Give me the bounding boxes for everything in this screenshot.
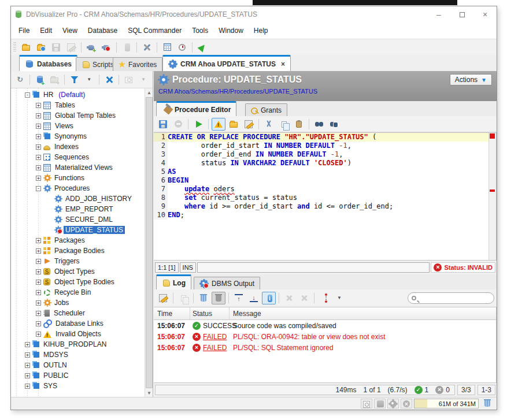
- auto-clear-button[interactable]: [212, 292, 225, 304]
- menu-tools[interactable]: Tools: [187, 25, 213, 36]
- find-replace-button[interactable]: [327, 118, 341, 131]
- actions-button[interactable]: Actions ▼: [450, 74, 492, 86]
- expand-toggle-icon[interactable]: +: [36, 332, 41, 337]
- log-row[interactable]: 15:06:07SUCCESSSource code was compiled/…: [154, 320, 496, 331]
- tree-item-views[interactable]: +Views: [11, 121, 145, 131]
- menu-window[interactable]: Window: [213, 25, 249, 36]
- menu-database[interactable]: Database: [83, 25, 123, 36]
- tree-item-hr[interactable]: -HR(Default): [11, 90, 145, 100]
- tree-item-object-type-bodies[interactable]: +SObject Type Bodies: [11, 277, 145, 287]
- error-marker[interactable]: [490, 189, 495, 192]
- menu-view[interactable]: View: [57, 25, 83, 36]
- refresh-button[interactable]: [13, 73, 27, 86]
- expand-toggle-icon[interactable]: +: [36, 280, 41, 285]
- insert-mode[interactable]: INS: [180, 262, 196, 273]
- log-search-input[interactable]: [419, 294, 503, 302]
- save-procedure-button[interactable]: [156, 118, 170, 131]
- memory-indicator[interactable]: 61M of 341M: [414, 399, 479, 408]
- expand-toggle-icon[interactable]: +: [36, 124, 41, 129]
- collapse-toggle-icon[interactable]: -: [25, 92, 30, 98]
- expand-toggle-icon[interactable]: +: [25, 342, 30, 347]
- tree-item-emp-report[interactable]: EMP_REPORT: [11, 204, 145, 214]
- tab-object-update-status[interactable]: CRM Ahoa UPDATE_STATUS ×: [162, 55, 291, 71]
- expand-toggle-icon[interactable]: +: [25, 373, 30, 378]
- tab-grants[interactable]: Grants: [245, 103, 287, 116]
- menu-help[interactable]: Help: [249, 25, 273, 36]
- expand-toggle-icon[interactable]: +: [36, 259, 41, 264]
- code-line-7[interactable]: 7 update oders: [154, 185, 496, 194]
- maximize-button[interactable]: [450, 6, 473, 23]
- tree-scrollbar[interactable]: ▲ ▼: [145, 88, 153, 397]
- disconnect-button[interactable]: [99, 41, 113, 54]
- divider-caret-button[interactable]: [332, 292, 346, 304]
- column-header-message[interactable]: Message: [230, 310, 496, 318]
- connections-status-button[interactable]: [374, 399, 386, 408]
- load-from-file-button[interactable]: [227, 118, 240, 131]
- code-line-6[interactable]: 6BEGIN: [154, 176, 496, 185]
- edit-in-window-button[interactable]: [242, 118, 256, 131]
- tree-item-kihub-prodplan[interactable]: +KIHUB_PRODPLAN: [11, 339, 145, 350]
- connect-button[interactable]: [84, 41, 98, 54]
- expand-toggle-icon[interactable]: +: [36, 248, 41, 254]
- filter-button[interactable]: [68, 73, 81, 86]
- tree-item-recycle-bin[interactable]: +Recycle Bin: [11, 287, 145, 298]
- code-line-2[interactable]: 2 order_id_start IN NUMBER DEFAULT -1,: [154, 142, 496, 150]
- edit-log-button[interactable]: [156, 292, 170, 304]
- expand-toggle-icon[interactable]: +: [25, 363, 30, 368]
- expand-toggle-icon[interactable]: +: [36, 176, 41, 181]
- tree-item-update-status[interactable]: UPDATE_STATUS: [11, 225, 145, 235]
- column-header-time[interactable]: Time: [154, 307, 190, 319]
- menu-sql-commander[interactable]: SQL Commander: [123, 25, 187, 36]
- cut-button[interactable]: [262, 118, 276, 131]
- tree-item-global-temp-tables[interactable]: +Global Temp Tables: [11, 110, 145, 121]
- error-marker[interactable]: [490, 133, 495, 139]
- menu-edit[interactable]: Edit: [35, 25, 57, 36]
- tree-item-tables[interactable]: +Tables: [11, 100, 145, 110]
- expand-toggle-icon[interactable]: +: [25, 352, 30, 358]
- minimize-button[interactable]: –: [427, 6, 450, 23]
- tab-databases[interactable]: Databases: [19, 55, 77, 71]
- divider-options-button[interactable]: [317, 292, 331, 304]
- show-info-button[interactable]: i: [262, 292, 276, 304]
- log-row[interactable]: 15:06:07FAILEDPL/SQL: ORA-00942: table o…: [154, 331, 496, 342]
- log-status-text[interactable]: FAILED: [203, 344, 227, 352]
- code-line-9[interactable]: 9 where id >= order_id_start and id <= o…: [154, 202, 496, 211]
- column-header-status[interactable]: Status: [190, 307, 230, 319]
- open-folder-button[interactable]: [19, 41, 33, 54]
- close-button[interactable]: ×: [473, 6, 497, 23]
- tree-item-indexes[interactable]: +Indexes: [11, 142, 145, 152]
- monitor-button[interactable]: [175, 41, 189, 54]
- tab-log[interactable]: Log: [156, 274, 191, 289]
- tree-item-functions[interactable]: +Functions: [11, 173, 145, 183]
- scroll-down-icon[interactable]: ▼: [145, 389, 153, 397]
- expand-toggle-icon[interactable]: +: [36, 321, 41, 326]
- tree-item-public[interactable]: +PUBLIC: [11, 370, 145, 381]
- tree-item-secure-dml[interactable]: SECURE_DML: [11, 214, 145, 225]
- scroll-to-top-button[interactable]: [232, 292, 246, 304]
- error-stripe[interactable]: [489, 133, 496, 260]
- tab-dbms-output[interactable]: DBMS Output: [194, 277, 260, 289]
- breadcrumb[interactable]: CRM Ahoa/Schemas/HR/Procedures/UPDATE_ST…: [158, 88, 492, 95]
- find-button[interactable]: [312, 118, 326, 131]
- expand-toggle-icon[interactable]: +: [36, 238, 41, 243]
- log-status-text[interactable]: FAILED: [203, 333, 227, 341]
- garbage-collect-button[interactable]: [480, 397, 494, 410]
- expand-toggle-icon[interactable]: +: [36, 300, 41, 306]
- show-errors-button[interactable]: [212, 118, 225, 131]
- tab-procedure-editor[interactable]: Procedure Editor: [156, 101, 236, 116]
- tree-item-invalid-objects[interactable]: +Invalid Objects: [11, 329, 145, 339]
- folder-settings-button[interactable]: [34, 41, 48, 54]
- collapse-all-button[interactable]: [102, 73, 116, 86]
- tree-item-mdsys[interactable]: +MDSYS: [11, 350, 145, 360]
- tree-item-synonyms[interactable]: +Synonyms: [11, 131, 145, 142]
- tree-item-add-job-history[interactable]: ADD_JOB_HISTORY: [11, 194, 145, 204]
- expand-toggle-icon[interactable]: +: [36, 290, 41, 295]
- tree-item-package-bodies[interactable]: +Package Bodies: [11, 246, 145, 256]
- tree-item-materialized-views[interactable]: +Materialized Views: [11, 162, 145, 173]
- tree-item-object-types[interactable]: +SObject Types: [11, 266, 145, 277]
- sql-editor[interactable]: 1CREATE OR REPLACE PROCEDURE "HR"."UPDAT…: [154, 132, 497, 261]
- copy-button[interactable]: [277, 118, 291, 131]
- code-line-1[interactable]: 1CREATE OR REPLACE PROCEDURE "HR"."UPDAT…: [154, 133, 496, 142]
- expand-toggle-icon[interactable]: +: [36, 144, 41, 150]
- scrollbar-thumb[interactable]: [146, 97, 153, 388]
